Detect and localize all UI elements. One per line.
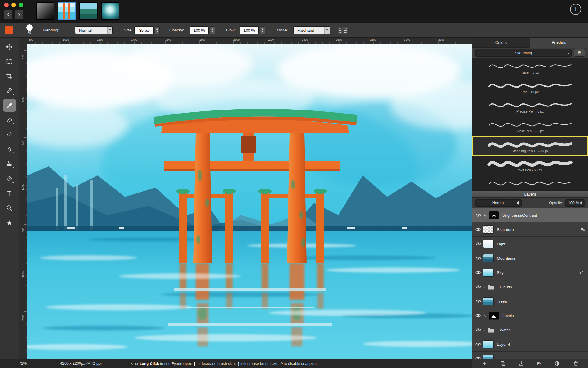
group-layers-icon[interactable] — [500, 361, 506, 366]
eraser-tool[interactable] — [3, 114, 16, 126]
brush-item[interactable]: Precise Pen - 8 px — [472, 97, 588, 117]
flow-field[interactable]: 100 % — [240, 26, 259, 34]
layer-row[interactable]: › Light — [472, 237, 588, 251]
brush-item[interactable]: Taper - 5 px — [472, 58, 588, 78]
add-layer-icon[interactable] — [482, 361, 487, 366]
move-tool[interactable] — [3, 41, 16, 53]
layer-opacity-field[interactable]: 100 % — [565, 199, 585, 207]
document-thumbnail[interactable] — [36, 2, 54, 20]
size-field[interactable]: 35 px — [134, 26, 154, 34]
flow-stepper[interactable] — [260, 26, 265, 34]
expand-arrow-icon[interactable]: › — [483, 327, 488, 333]
ruler-label: 1000 — [63, 38, 97, 44]
import-content-icon[interactable] — [519, 361, 524, 366]
layer-row[interactable]: › Sky — [472, 265, 588, 280]
ruler-label: 1800 — [22, 271, 25, 277]
expand-arrow-icon[interactable]: › — [483, 284, 488, 290]
history-nav: ‹ › — [4, 10, 23, 19]
new-document-button[interactable]: + — [570, 4, 581, 15]
layer-effects-button[interactable]: Fx — [537, 361, 541, 366]
adjustment-icon[interactable] — [554, 361, 560, 366]
brush-category-dropdown[interactable]: Sketching — [475, 49, 572, 57]
brush-category-row: Sketching ⚙ — [472, 48, 588, 58]
dropdown-stepper-icon — [567, 51, 569, 54]
document-thumbnail[interactable] — [101, 2, 119, 20]
brush-settings-button[interactable]: ⚙ — [574, 49, 585, 57]
traffic-light-button[interactable] — [11, 3, 16, 7]
marquee-select-tool[interactable] — [3, 55, 16, 68]
background-eraser-tool[interactable] — [3, 128, 16, 141]
visibility-eye-icon[interactable] — [475, 285, 483, 289]
visibility-eye-icon[interactable] — [475, 342, 483, 346]
visibility-eye-icon[interactable] — [475, 242, 483, 246]
color-swatch[interactable] — [5, 26, 13, 34]
brush-category-value: Sketching — [515, 51, 532, 55]
brush-item[interactable]: Static Pen 3 - 3 px — [472, 117, 588, 136]
layer-row[interactable]: › — [472, 352, 588, 359]
symmetry-icon[interactable] — [338, 27, 348, 34]
layer-row[interactable]: › Water — [472, 323, 588, 337]
ruler-label: 1600 — [165, 38, 199, 44]
layer-name: Water — [500, 328, 510, 332]
opacity-field[interactable]: 100 % — [190, 26, 209, 34]
layer-row[interactable]: › Mountains — [472, 251, 588, 265]
blending-dropdown[interactable]: Normal — [75, 26, 113, 34]
blending-value: Normal — [79, 28, 92, 33]
ruler-horizontal[interactable]: 8001000120014001600180020002200240026002… — [27, 38, 472, 44]
panel-tabs: ColorsBrushes — [472, 38, 588, 48]
delete-layer-icon[interactable] — [573, 361, 579, 366]
ruler-vertical[interactable]: 800100012001400160018002000 — [19, 44, 27, 359]
back-button[interactable]: ‹ — [4, 10, 12, 19]
document-thumbnail[interactable] — [79, 2, 98, 20]
visibility-eye-icon[interactable] — [475, 228, 483, 231]
layer-row[interactable]: › Layer 4 — [472, 337, 588, 352]
brush-item[interactable]: Wet Pen - 50 px — [472, 156, 588, 175]
ruler-label: 1600 — [22, 228, 25, 234]
brush-stroke-preview — [483, 138, 577, 151]
mode-dropdown[interactable]: Freehand — [293, 26, 330, 34]
brush-item[interactable]: Pen - 10 px — [472, 78, 588, 97]
brush-stroke-preview — [483, 79, 577, 92]
layer-row[interactable]: › Clouds — [472, 280, 588, 294]
visibility-eye-icon[interactable] — [475, 213, 483, 217]
layer-row[interactable]: › Signature Fx — [472, 222, 588, 237]
shape-tool[interactable] — [3, 172, 16, 185]
text-tool[interactable] — [3, 187, 16, 200]
panel-tab[interactable]: Brushes — [530, 38, 588, 48]
document-thumbnail[interactable] — [58, 2, 76, 20]
layer-row[interactable]: › Trees — [472, 294, 588, 308]
brush-item[interactable]: Static Big Pen 15 - 15 px — [472, 136, 588, 156]
brush-item[interactable] — [472, 175, 588, 190]
layer-row[interactable]: › Levels — [472, 308, 588, 323]
document-thumbnail-image — [102, 3, 119, 19]
dropdown-stepper-icon[interactable] — [324, 27, 330, 34]
visibility-eye-icon[interactable] — [475, 271, 483, 274]
visibility-eye-icon[interactable] — [475, 256, 483, 260]
brush-stroke-preview — [483, 176, 577, 189]
traffic-light-button[interactable] — [19, 3, 23, 7]
fx-badge[interactable]: Fx — [581, 227, 585, 232]
brush-size-preview: 35 — [24, 24, 34, 34]
lock-icon[interactable] — [579, 270, 585, 275]
clone-stamp-tool[interactable] — [3, 158, 16, 170]
panel-tab[interactable]: Colors — [472, 38, 530, 48]
smudge-tool[interactable] — [3, 143, 16, 156]
opacity-stepper[interactable] — [210, 26, 215, 34]
dropdown-stepper-icon[interactable] — [107, 27, 112, 34]
crop-tool[interactable] — [3, 70, 16, 82]
visibility-eye-icon[interactable] — [475, 299, 483, 303]
size-stepper[interactable] — [155, 26, 160, 34]
paint-brush-tool[interactable] — [3, 99, 16, 112]
layer-blend-dropdown[interactable]: Normal — [475, 199, 522, 207]
zoom-tool[interactable] — [3, 202, 16, 214]
canvas[interactable] — [27, 44, 472, 359]
visibility-eye-icon[interactable] — [475, 314, 483, 317]
layer-name: Layer 4 — [497, 342, 510, 347]
layer-row[interactable]: › Brightness/Contrast — [472, 208, 588, 222]
visibility-eye-icon[interactable] — [475, 328, 483, 332]
forward-button[interactable]: › — [15, 10, 23, 19]
traffic-light-button[interactable] — [4, 3, 9, 7]
pen-tool[interactable] — [3, 85, 16, 97]
photo-editor-window: ‹ › + — [0, 0, 588, 368]
favorites-star[interactable] — [3, 216, 16, 229]
